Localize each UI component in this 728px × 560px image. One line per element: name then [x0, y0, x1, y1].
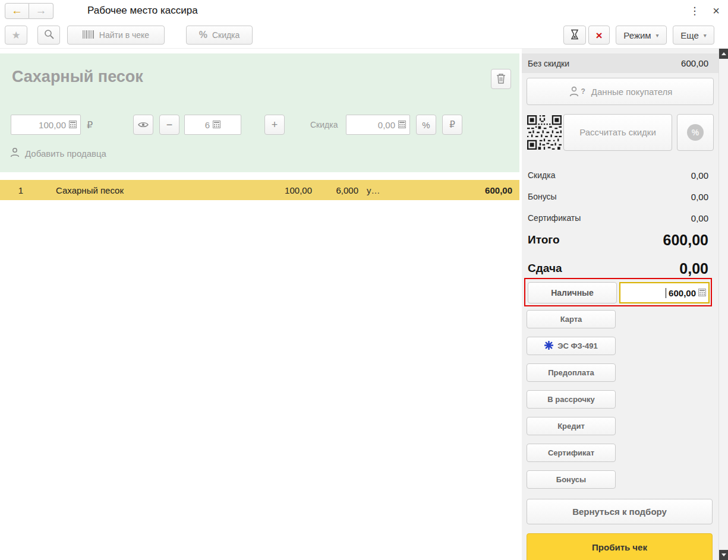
find-in-receipt-button[interactable]: Найти в чеке: [67, 26, 165, 45]
prepayment-button[interactable]: Предоплата: [527, 363, 616, 382]
calculator-icon[interactable]: [698, 288, 706, 298]
customer-data-label: Данные покупателя: [591, 87, 673, 97]
close-icon[interactable]: ×: [713, 5, 720, 17]
red-x-icon: ×: [595, 30, 602, 41]
row-price: 100,00: [241, 185, 312, 195]
bonuses-summary-row: Бонусы 0,00: [522, 186, 718, 207]
triangle-up-icon: [721, 52, 726, 55]
credit-button[interactable]: Кредит: [527, 417, 616, 435]
row-discount-input[interactable]: 0,00: [346, 115, 410, 135]
print-receipt-button[interactable]: Пробить чек: [527, 533, 713, 560]
titlebar: ← → Рабочее место кассира ⋮ ×: [0, 0, 728, 21]
total-label: Итого: [528, 233, 560, 246]
toolbar: ★ Найти в чеке % Скидка × Режим ▾ Еще ▾: [0, 21, 728, 49]
calculate-discounts-button[interactable]: Рассчитать скидки: [563, 114, 672, 151]
chevron-down-icon: ▾: [704, 32, 707, 39]
favorites-button[interactable]: ★: [5, 26, 27, 45]
discount-summary-row: Скидка 0,00: [522, 165, 718, 185]
more-label: Еще: [680, 30, 699, 40]
current-item-panel: Сахарный песок 100,00 ₽ − 6 + Скидка 0,0…: [0, 53, 519, 172]
scroll-up-button[interactable]: [719, 49, 728, 59]
decrease-quantity-button[interactable]: −: [159, 115, 179, 135]
discount-button[interactable]: % Скидка: [186, 26, 253, 45]
certificates-label: Сертификаты: [528, 213, 581, 223]
total-value: 600,00: [663, 232, 708, 249]
discount-label: Скидка: [528, 170, 555, 180]
ruble-currency-label: ₽: [87, 115, 93, 135]
ruble-icon: ₽: [449, 119, 455, 130]
plus-icon: +: [272, 119, 278, 131]
discount-percent-mode-button[interactable]: %: [416, 115, 436, 135]
es-star-icon: [544, 341, 553, 352]
nav-buttons: ← →: [5, 3, 53, 19]
bonuses-label: Бонусы: [528, 192, 557, 201]
delete-row-button[interactable]: [491, 69, 511, 89]
person-question-icon: ?: [568, 86, 585, 97]
toggle-price-visibility-button[interactable]: [133, 115, 153, 135]
price-value: 100,00: [39, 120, 66, 130]
back-button[interactable]: ←: [5, 3, 29, 19]
card-payment-button[interactable]: Карта: [527, 310, 616, 328]
cancel-receipt-button[interactable]: ×: [588, 26, 610, 45]
barcode-icon: [83, 30, 94, 40]
row-sum: 600,00: [400, 185, 519, 195]
change-label: Сдача: [528, 262, 562, 275]
postpone-receipt-button[interactable]: [563, 26, 586, 45]
vertical-scrollbar[interactable]: [718, 49, 728, 560]
trash-icon: [496, 73, 506, 86]
text-caret: [666, 288, 666, 298]
percent-circle-icon: %: [687, 124, 704, 141]
percent-icon: %: [422, 120, 430, 130]
discount-button-label: Скидка: [212, 30, 239, 40]
row-discount-value: 0,00: [378, 120, 395, 130]
price-input[interactable]: 100,00: [11, 115, 81, 135]
certificates-value: 0,00: [691, 213, 708, 223]
installment-button[interactable]: В рассрочку: [527, 390, 616, 409]
es-fz491-label: ЭС ФЗ-491: [557, 341, 598, 350]
hourglass-icon: [570, 29, 579, 42]
calculator-icon[interactable]: [398, 120, 406, 130]
product-name: Сахарный песок: [12, 68, 143, 86]
quantity-input[interactable]: 6: [184, 115, 241, 135]
calculator-icon[interactable]: [69, 120, 77, 130]
person-icon: [10, 147, 20, 160]
customer-data-button[interactable]: ? Данные покупателя: [527, 78, 714, 105]
receipt-table-row[interactable]: 1 Сахарный песок 100,00 6,000 у… 600,00: [0, 180, 519, 200]
forward-button[interactable]: →: [29, 3, 53, 19]
bonuses-value: 0,00: [691, 192, 708, 202]
window-controls: ⋮ ×: [689, 5, 720, 17]
triangle-down-icon: [721, 553, 726, 556]
cash-amount-input[interactable]: 600,00: [619, 282, 710, 303]
kebab-menu-icon[interactable]: ⋮: [689, 5, 699, 17]
es-fz491-payment-button[interactable]: ЭС ФЗ-491: [527, 337, 616, 355]
add-seller-button[interactable]: Добавить продавца: [10, 147, 106, 160]
row-quantity: 6,000: [312, 185, 358, 195]
mode-button[interactable]: Режим ▾: [616, 26, 667, 45]
calculator-icon[interactable]: [213, 120, 220, 130]
more-button[interactable]: Еще ▾: [673, 26, 714, 45]
increase-quantity-button[interactable]: +: [264, 115, 285, 135]
chevron-down-icon: ▾: [656, 32, 659, 39]
discount-ruble-mode-button[interactable]: ₽: [442, 115, 462, 135]
back-arrow-icon: ←: [11, 4, 23, 17]
totals-sidebar: Без скидки 600,00 ? Данные покупателя Ра…: [522, 49, 718, 560]
bonuses-payment-button[interactable]: Бонусы: [527, 470, 616, 489]
discounts-percent-button[interactable]: %: [677, 114, 714, 151]
certificate-payment-button[interactable]: Сертификат: [527, 444, 616, 462]
certificates-summary-row: Сертификаты 0,00: [522, 208, 718, 228]
row-unit: у…: [358, 185, 400, 195]
back-to-selection-button[interactable]: Вернуться к подбору: [527, 499, 713, 524]
cash-payment-group: Наличные 600,00: [524, 278, 712, 306]
search-icon: [44, 29, 54, 41]
star-icon: ★: [11, 29, 20, 42]
total-row: Итого 600,00: [522, 227, 718, 253]
add-seller-label: Добавить продавца: [25, 148, 106, 159]
minus-icon: −: [166, 119, 173, 131]
cash-amount-value: 600,00: [669, 288, 696, 298]
row-discount-label: Скидка: [310, 115, 338, 135]
quantity-value: 6: [205, 120, 210, 130]
cash-button[interactable]: Наличные: [528, 282, 617, 303]
row-product-name: Сахарный песок: [42, 185, 241, 195]
scroll-down-button[interactable]: [719, 550, 728, 560]
search-button[interactable]: [37, 26, 60, 45]
